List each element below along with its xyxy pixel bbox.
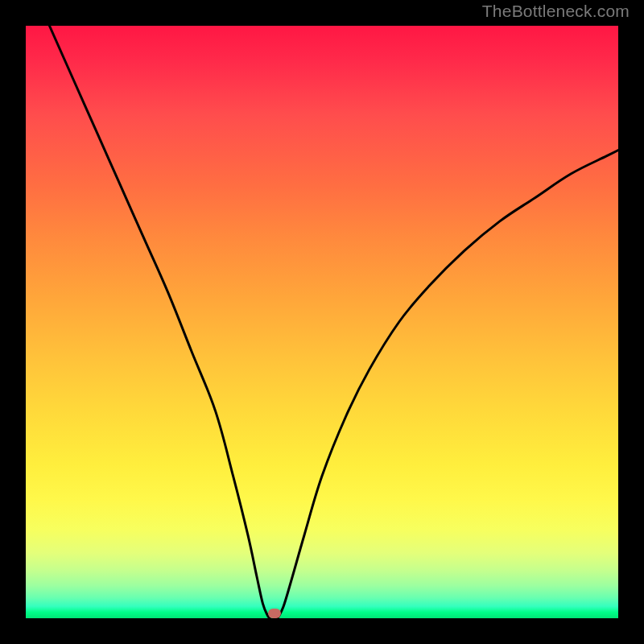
optimum-marker: [268, 609, 281, 618]
plot-area: [26, 26, 618, 618]
watermark-text: TheBottleneck.com: [482, 2, 630, 21]
bottleneck-curve: [26, 26, 618, 618]
